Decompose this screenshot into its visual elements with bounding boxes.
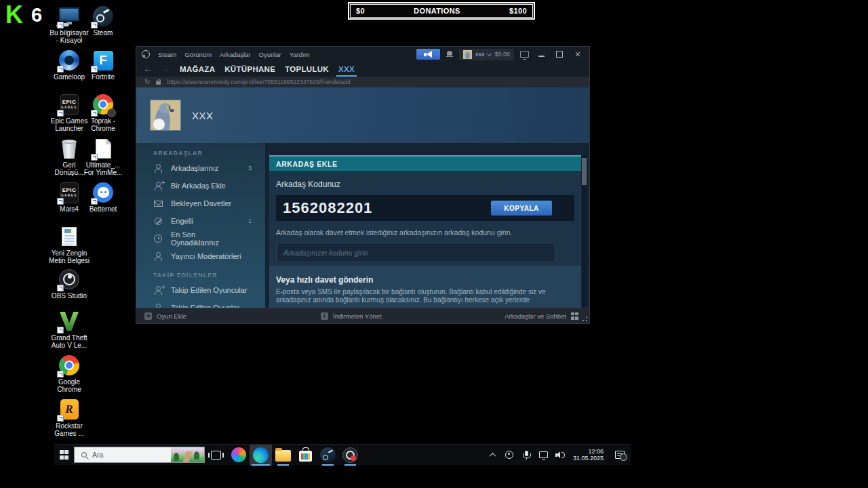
tray-network[interactable] <box>538 445 549 466</box>
maximize-button[interactable] <box>553 48 566 60</box>
taskbar: 12:06 31.05.2025 <box>54 444 631 465</box>
desktop-icon-steam[interactable]: Steam <box>82 5 124 37</box>
desktop-icon-label: Betternet <box>82 205 124 213</box>
menu-oyunlar[interactable]: Oyunlar <box>259 51 281 58</box>
tray-volume[interactable] <box>555 445 566 466</box>
shortcut-arrow-icon <box>57 415 64 422</box>
resize-grip[interactable] <box>582 316 588 322</box>
active-indicator <box>277 464 289 466</box>
sidebar-item-followed-games[interactable]: Takip Edilen Oyunlar <box>136 299 265 308</box>
copilot-icon <box>231 447 246 462</box>
this-pc-icon <box>59 7 79 21</box>
add-game-button[interactable]: Oyun Ekle <box>144 312 186 320</box>
taskbar-steam[interactable] <box>317 445 339 466</box>
taskbar-clock[interactable]: 12:06 31.05.2025 <box>572 448 605 462</box>
tray-obs[interactable] <box>504 445 515 466</box>
steam-titlebar: Steam Görünüm Arkadaşlar Oyunlar Yardım … <box>136 47 589 62</box>
count-badge: 3 <box>248 165 252 171</box>
shortcut-arrow-icon <box>57 66 64 73</box>
active-indicator <box>252 464 270 466</box>
scrollbar-thumb[interactable] <box>582 158 587 185</box>
forward-arrow-icon[interactable]: → <box>161 62 170 76</box>
task-view-icon <box>211 451 221 460</box>
taskbar-search[interactable] <box>74 447 205 463</box>
friend-code-box: 1562082201 KOPYALA <box>276 195 574 221</box>
desktop-icon-rockstar[interactable]: R Rockstar Games ... <box>48 399 90 437</box>
desktop-icon-fortnite[interactable]: F Fortnite <box>82 49 124 81</box>
copy-button[interactable]: KOPYALA <box>491 201 552 216</box>
desktop-icon-toprak-chrome[interactable]: Toprak - Chrome <box>82 94 124 132</box>
taskbar-obs[interactable] <box>339 445 361 466</box>
friend-code-input[interactable] <box>276 243 555 262</box>
friends-chat-button[interactable]: Arkadaşlar ve Sohbet <box>505 312 581 320</box>
lock-icon <box>156 81 161 85</box>
tray-expand-button[interactable] <box>487 445 498 466</box>
search-daily-image[interactable] <box>171 447 204 462</box>
taskbar-file-explorer[interactable] <box>272 445 294 466</box>
desktop-icon-rich-text-doc[interactable]: Yeni Zengin Metin Belgesi <box>48 226 90 264</box>
add-friend-main: ARKADAŞ EKLE Arkadaş Kodunuz 1562082201 … <box>265 143 589 308</box>
remote-play-icon[interactable] <box>520 51 529 58</box>
refresh-icon[interactable]: ↻ <box>144 77 150 87</box>
notifications-bell-icon[interactable] <box>446 51 453 58</box>
account-name: xxx <box>475 51 485 58</box>
file-explorer-icon <box>275 450 291 462</box>
sidebar-section-friends: ARKADAŞLAR <box>136 143 265 159</box>
steam-icon <box>320 447 336 463</box>
close-button[interactable]: × <box>572 48 584 60</box>
tab-topluluk[interactable]: TOPLULUK <box>285 65 329 73</box>
edge-icon <box>253 447 269 463</box>
recycle-bin-icon <box>61 138 77 159</box>
microsoft-store-icon <box>299 451 312 462</box>
desktop-icon-label: Toprak - Chrome <box>82 117 124 132</box>
shortcut-arrow-icon <box>57 327 64 333</box>
taskbar-edge[interactable] <box>250 445 272 466</box>
sidebar-item-followed-players[interactable]: Takip Edilen Oyuncular <box>136 281 265 299</box>
action-center-button[interactable] <box>610 445 627 466</box>
envelope-icon <box>154 201 163 207</box>
sidebar-item-pending-invites[interactable]: Bekleyen Davetler <box>136 195 265 212</box>
tab-kutuphane[interactable]: KÜTÜPHANE <box>224 65 275 73</box>
desktop-icon-obs-studio[interactable]: OBS Studio <box>48 268 90 300</box>
profile-avatar[interactable] <box>150 100 181 131</box>
sidebar-item-broadcast-moderators[interactable]: Yayıncı Moderatörleri <box>136 247 265 265</box>
obs-icon <box>342 447 358 463</box>
profile-header: XXX <box>136 87 589 143</box>
minimize-button[interactable] <box>535 48 547 60</box>
manage-downloads-button[interactable]: İndirmeleri Yönet <box>321 312 382 320</box>
steam-bottom-bar: Oyun Ekle İndirmeleri Yönet Arkadaşlar v… <box>136 308 589 323</box>
desktop-icon-ultimate-doc[interactable]: Ultimate_... For YimMe... <box>82 138 124 176</box>
menu-arkadaslar[interactable]: Arkadaşlar <box>220 51 250 58</box>
tab-profile[interactable]: XXX <box>338 65 355 73</box>
windows-logo-icon <box>60 450 69 460</box>
person-add-icon <box>154 182 163 190</box>
search-input[interactable] <box>92 451 153 459</box>
sidebar-item-your-friends[interactable]: Arkadaşlarınız 3 <box>136 159 265 177</box>
account-menu[interactable]: xxx $0.06 <box>459 49 514 60</box>
announcements-button[interactable] <box>416 49 440 60</box>
sidebar-item-blocked[interactable]: Engelli 1 <box>136 212 265 230</box>
menu-gorunum[interactable]: Görünüm <box>184 51 212 58</box>
friend-code-label: Arkadaş Kodunuz <box>276 180 574 189</box>
desktop-icon-google-chrome[interactable]: Google Chrome <box>48 354 90 393</box>
rich-text-document-icon <box>62 227 77 246</box>
taskbar-store[interactable] <box>294 445 317 466</box>
sidebar-item-recently-played[interactable]: En Son Oynadıklarınız <box>136 230 265 247</box>
desktop-icon-label: Steam <box>82 29 124 37</box>
back-arrow-icon[interactable]: ← <box>143 62 152 76</box>
tab-magaza[interactable]: MAĞAZA <box>180 65 215 73</box>
shortcut-arrow-icon <box>57 22 64 28</box>
scrollbar <box>582 155 587 308</box>
taskbar-copilot[interactable] <box>227 445 250 466</box>
kick-viewer-badge: K 6 <box>5 1 42 28</box>
desktop-icon-betternet[interactable]: Betternet <box>82 182 124 213</box>
task-view-button[interactable] <box>205 445 227 466</box>
menu-yardim[interactable]: Yardım <box>290 51 310 58</box>
sidebar-item-add-friend[interactable]: Bir Arkadaş Ekle <box>136 177 265 195</box>
url-bar: ↻ https://steamcommunity.com/profiles/76… <box>136 77 589 87</box>
tray-microphone[interactable] <box>521 445 532 466</box>
menu-steam[interactable]: Steam <box>158 51 176 58</box>
start-button[interactable] <box>54 445 74 466</box>
desktop-icon-gtav[interactable]: Grand Theft Auto V Le... <box>48 310 90 349</box>
kick-viewer-count: 6 <box>31 1 42 28</box>
